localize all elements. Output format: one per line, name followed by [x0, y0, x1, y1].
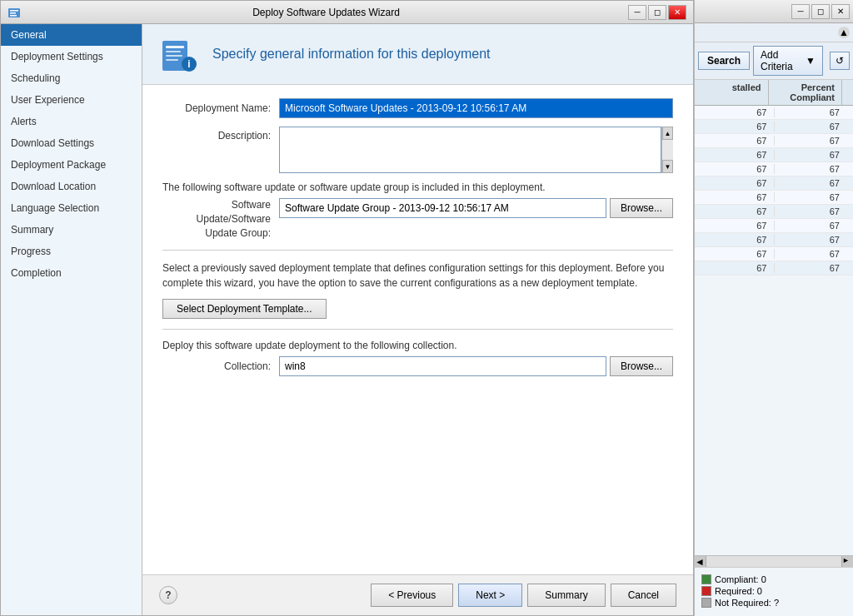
scroll-right-btn[interactable]: ► [841, 556, 853, 567]
sidebar-item-download-settings[interactable]: Download Settings [1, 132, 142, 154]
collection-label: Collection: [162, 360, 279, 372]
divider-1 [162, 250, 673, 251]
select-template-button[interactable]: Select Deployment Template... [162, 299, 327, 319]
svg-rect-1 [10, 10, 18, 12]
software-update-input-group: Browse... [279, 198, 673, 218]
required-legend: Required: 0 [701, 586, 846, 596]
wizard-footer: ? < Previous Next > Summary Cancel [142, 574, 693, 615]
required-color-box [701, 586, 711, 596]
add-criteria-label: Add Criteria [761, 49, 801, 72]
collection-description: Deploy this software update deployment t… [162, 340, 673, 351]
add-criteria-arrow: ▼ [806, 55, 816, 67]
legend-area: Compliant: 0 Required: 0 Not Required: ? [695, 567, 853, 616]
compliant-legend: Compliant: 0 [701, 574, 846, 584]
table-row: 6767 [695, 176, 853, 191]
description-label: Description: [162, 130, 279, 142]
data-rows: 6767 6767 6767 6767 6767 6767 6767 6767 … [695, 106, 853, 567]
deployment-name-row: Deployment Name: [162, 98, 673, 118]
general-icon: i [159, 34, 199, 74]
search-button[interactable]: Search [698, 52, 750, 70]
table-row: 6767 [695, 233, 853, 247]
sidebar-item-user-experience[interactable]: User Experience [1, 89, 142, 111]
table-row: 6767 [695, 134, 853, 148]
description-row: Description: ▲ ▼ [162, 127, 673, 173]
sidebar: General Deployment Settings Scheduling U… [1, 24, 142, 615]
svg-text:i: i [187, 58, 190, 70]
svg-rect-5 [166, 46, 184, 48]
rp-scroll-up[interactable]: ▲ [838, 27, 850, 38]
wizard-icon [7, 4, 24, 21]
sidebar-item-deployment-settings[interactable]: Deployment Settings [1, 46, 142, 67]
deployment-name-input[interactable] [279, 98, 673, 118]
page-title: Specify general information for this dep… [212, 47, 491, 62]
table-row: 6767 [695, 120, 853, 134]
restore-button[interactable]: ◻ [648, 5, 666, 20]
template-description: Select a previously saved deployment tem… [162, 261, 673, 291]
sidebar-item-summary[interactable]: Summary [1, 219, 142, 241]
form-area: Deployment Name: Description: ▲ ▼ [142, 85, 693, 574]
scroll-up-btn[interactable]: ▲ [662, 127, 673, 140]
svg-rect-2 [10, 12, 16, 14]
svg-rect-3 [10, 15, 17, 17]
table-row: 6767 [695, 106, 853, 120]
table-row: 6767 [695, 191, 853, 205]
table-row: 6767 [695, 162, 853, 176]
collection-row: Collection: Browse... [162, 356, 673, 376]
previous-button[interactable]: < Previous [371, 584, 453, 607]
rp-minimize-btn[interactable]: ─ [791, 4, 810, 19]
rp-close-btn[interactable]: ✕ [831, 4, 850, 19]
not-required-label: Not Required: ? [715, 598, 779, 608]
installed-col-header: stalled [695, 80, 769, 105]
software-update-label: Software Update/SoftwareUpdate Group: [162, 198, 279, 240]
sidebar-item-language-selection[interactable]: Language Selection [1, 197, 142, 219]
table-row: 6767 [695, 219, 853, 233]
table-row: 6767 [695, 247, 853, 261]
sidebar-item-completion[interactable]: Completion [1, 262, 142, 284]
divider-2 [162, 329, 673, 330]
required-label: Required: 0 [715, 586, 762, 596]
template-btn-row: Select Deployment Template... [162, 299, 673, 319]
svg-rect-6 [166, 51, 181, 52]
software-update-browse-button[interactable]: Browse... [610, 198, 673, 218]
percent-compliant-col-header: Percent Compliant [769, 80, 842, 105]
deployment-name-label: Deployment Name: [162, 102, 279, 114]
description-input[interactable] [279, 127, 661, 173]
add-criteria-dropdown[interactable]: Add Criteria ▼ [753, 46, 823, 76]
sidebar-item-download-location[interactable]: Download Location [1, 176, 142, 197]
collection-browse-button[interactable]: Browse... [610, 356, 673, 376]
not-required-legend: Not Required: ? [701, 598, 846, 608]
minimize-button[interactable]: ─ [628, 5, 646, 20]
right-panel: ─ ◻ ✕ ▲ Search Add Criteria ▼ ↺ stalled … [694, 0, 853, 616]
wizard-header: i Specify general information for this d… [142, 24, 693, 85]
not-required-color-box [701, 598, 711, 608]
collection-input-group: Browse... [279, 356, 673, 376]
table-row: 6767 [695, 205, 853, 219]
next-button[interactable]: Next > [458, 584, 522, 607]
svg-rect-7 [166, 55, 182, 57]
scroll-down-btn[interactable]: ▼ [662, 160, 673, 173]
compliant-color-box [701, 574, 711, 584]
svg-rect-8 [166, 59, 178, 61]
cancel-button[interactable]: Cancel [611, 584, 676, 607]
close-button[interactable]: ✕ [668, 5, 686, 20]
software-update-input[interactable] [279, 198, 606, 218]
scroll-left-btn[interactable]: ◄ [695, 556, 706, 567]
sidebar-item-scheduling[interactable]: Scheduling [1, 67, 142, 89]
window-title: Deploy Software Updates Wizard [24, 7, 628, 18]
sidebar-item-deployment-package[interactable]: Deployment Package [1, 154, 142, 176]
software-update-row: Software Update/SoftwareUpdate Group: Br… [162, 198, 673, 240]
table-row: 6767 [695, 148, 853, 162]
sidebar-item-progress[interactable]: Progress [1, 241, 142, 262]
window-controls: ─ ◻ ✕ [628, 5, 686, 20]
rp-restore-btn[interactable]: ◻ [811, 4, 830, 19]
info-text: The following software update or softwar… [162, 181, 673, 193]
summary-button[interactable]: Summary [527, 584, 605, 607]
table-row: 6767 [695, 261, 853, 276]
sidebar-item-alerts[interactable]: Alerts [1, 111, 142, 132]
compliant-label: Compliant: 0 [715, 574, 766, 584]
collection-input[interactable] [279, 356, 606, 376]
sidebar-item-general[interactable]: General [1, 24, 142, 46]
rp-scroll-icon[interactable]: ↺ [830, 52, 850, 70]
help-button[interactable]: ? [159, 586, 177, 604]
title-bar: Deploy Software Updates Wizard ─ ◻ ✕ [1, 1, 693, 24]
